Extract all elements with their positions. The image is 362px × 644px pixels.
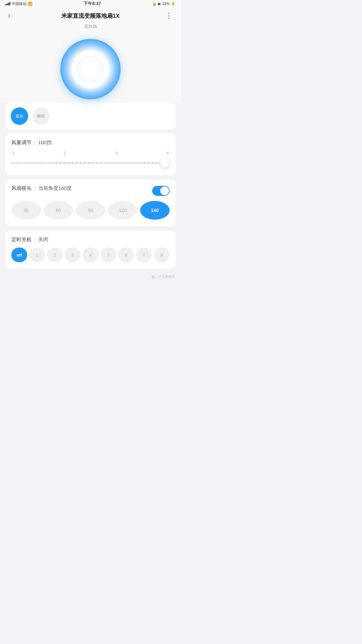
oscillation-title: 风扇摇头 | 当前角度140度 xyxy=(11,185,72,192)
angle-button-90[interactable]: 90 xyxy=(76,201,105,220)
status-left: 中国移动 📶 xyxy=(5,1,33,6)
timer-button-off[interactable]: off xyxy=(11,248,27,262)
angle-button-140[interactable]: 140 xyxy=(140,201,170,220)
page-title: 米家直流变频落地扇1X xyxy=(61,12,120,20)
timer-buttons: off 1 2 3 4 5 6 7 8 xyxy=(11,248,170,262)
carrier-label: 中国移动 xyxy=(12,1,26,6)
slider-labels: 1 2 3 4 xyxy=(11,151,170,156)
battery-icon: 🔋 xyxy=(171,2,176,6)
mode-button-sleep[interactable]: 睡眠 xyxy=(32,107,50,125)
wifi-icon: 📶 xyxy=(28,2,33,6)
oscillation-card: 风扇摇头 | 当前角度140度 30 60 90 120 140 xyxy=(5,179,176,226)
timer-button-6[interactable]: 6 xyxy=(118,248,134,262)
wind-speed-title: 风量调节 | 100挡 xyxy=(11,140,170,146)
timer-button-4[interactable]: 4 xyxy=(82,248,98,262)
timer-button-1[interactable]: 1 xyxy=(29,248,45,262)
timer-card: 定时关机 | 关闭 off 1 2 3 4 5 6 7 8 xyxy=(5,230,176,269)
mode-buttons-card: 直吹 睡眠 xyxy=(5,103,176,129)
more-button[interactable]: ⋮ xyxy=(163,10,176,21)
mode-button-direct[interactable]: 直吹 xyxy=(11,107,28,125)
toggle-knob xyxy=(160,186,169,195)
wind-speed-card: 风量调节 | 100挡 1 2 3 4 xyxy=(5,133,176,175)
slider-bg xyxy=(11,162,170,164)
signal-icon xyxy=(5,2,10,5)
wind-speed-slider[interactable] xyxy=(11,158,170,168)
angle-buttons: 30 60 90 120 140 xyxy=(11,201,170,220)
fan-ring-inner xyxy=(76,54,105,84)
timer-button-2[interactable]: 2 xyxy=(47,248,63,262)
status-right: 🔒 ▶ 32% 🔋 xyxy=(152,2,176,6)
back-button[interactable]: ‹ xyxy=(5,10,13,21)
slider-thumb[interactable] xyxy=(160,158,170,168)
angle-button-60[interactable]: 60 xyxy=(44,201,73,220)
timer-button-3[interactable]: 3 xyxy=(65,248,80,262)
fan-circle-area xyxy=(0,32,181,103)
timer-button-5[interactable]: 5 xyxy=(101,248,116,262)
header: ‹ 米家直流变频落地扇1X ⋮ xyxy=(0,7,181,23)
lock-icon: 🔒 xyxy=(152,2,157,6)
angle-button-30[interactable]: 30 xyxy=(11,201,41,220)
oscillation-toggle[interactable] xyxy=(152,186,170,196)
timer-button-8[interactable]: 8 xyxy=(154,248,170,262)
battery-label: 32% xyxy=(162,2,170,6)
watermark: 植｜什么值得买 xyxy=(0,273,181,282)
fan-ring-outer[interactable] xyxy=(60,39,121,99)
device-subtitle: 直吹风 xyxy=(0,23,181,32)
location-icon: ▶ xyxy=(158,2,161,6)
timer-title: 定时关机 | 关闭 xyxy=(11,236,170,243)
timer-button-7[interactable]: 7 xyxy=(136,248,152,262)
angle-button-120[interactable]: 120 xyxy=(108,201,137,220)
status-bar: 中国移动 📶 下午8:37 🔒 ▶ 32% 🔋 xyxy=(0,0,181,7)
status-time: 下午8:37 xyxy=(83,1,101,7)
oscillation-toggle-row: 风扇摇头 | 当前角度140度 xyxy=(11,185,170,196)
